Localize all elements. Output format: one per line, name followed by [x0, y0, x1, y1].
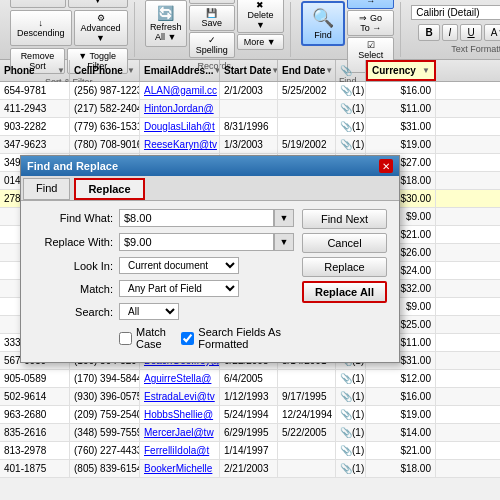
dialog-close-button[interactable]: ✕	[379, 159, 393, 173]
table-cell: 654-9781	[0, 82, 70, 99]
table-cell: 📎(1)	[336, 118, 366, 135]
find-replace-dialog: Find and Replace ✕ Find Replace Find Wha…	[20, 155, 400, 363]
find-dropdown[interactable]: ▼	[274, 209, 294, 227]
table-cell	[278, 118, 336, 135]
italic-button[interactable]: I	[442, 24, 459, 41]
more-button[interactable]: More ▼	[237, 34, 284, 50]
font-color-button[interactable]: A▼	[484, 24, 500, 41]
cancel-button[interactable]: Cancel	[302, 233, 387, 253]
col-phone[interactable]: Phone▼	[0, 60, 70, 81]
table-cell: 📎(1)	[336, 370, 366, 387]
table-cell: (170) 394-5844	[70, 370, 140, 387]
table-cell: HintonJordan@	[140, 100, 220, 117]
find-group: 🔍 Find ↔ Replace → ⇒ Go To → ☑ Select → …	[295, 2, 401, 57]
table-row[interactable]: 963-2680(209) 759-2540HobbsShellie@5/24/…	[0, 406, 500, 424]
col-currency[interactable]: Currency▼	[366, 60, 436, 81]
table-cell: 813-2978	[0, 442, 70, 459]
table-row[interactable]: 813-2978(760) 227-4433FerrelliIdola@t1/1…	[0, 442, 500, 460]
replace-all-button[interactable]: Replace All	[302, 281, 387, 303]
table-cell: (760) 227-4433	[70, 442, 140, 459]
table-cell: 📎(1)	[336, 100, 366, 117]
table-cell	[220, 100, 278, 117]
table-cell: 📎(1)	[336, 82, 366, 99]
col-cellphone[interactable]: CellPhone▼	[70, 60, 140, 81]
lookin-select[interactable]: Current document	[119, 257, 239, 274]
table-row[interactable]: 654-9781(256) 987-1223ALAN@gamil.cc2/1/2…	[0, 82, 500, 100]
descending-button[interactable]: ↓ Descending	[10, 10, 72, 46]
table-cell: 6/29/1995	[220, 424, 278, 441]
tab-replace[interactable]: Replace	[74, 178, 144, 200]
goto-button[interactable]: ⇒ Go To →	[347, 10, 394, 36]
table-row[interactable]: 835-2616(348) 599-7559MercerJael@tw6/29/…	[0, 424, 500, 442]
table-cell: 963-2680	[0, 406, 70, 423]
table-cell: FerrelliIdola@t	[140, 442, 220, 459]
records-small-group: ✚ New 💾 Save ✓ Spelling	[189, 0, 235, 58]
table-row[interactable]: 347-9623(780) 708-9016ReeseKaryn@tv1/3/2…	[0, 136, 500, 154]
col-startdate[interactable]: Start Date▼	[220, 60, 278, 81]
ascending-button[interactable]: ↑ Ascending	[10, 0, 66, 8]
find-next-button[interactable]: Find Next	[302, 209, 387, 229]
col-attach[interactable]: 📎	[336, 60, 366, 81]
table-cell: AguirreStella@	[140, 370, 220, 387]
table-cell: DouglasLilah@t	[140, 118, 220, 135]
find-button[interactable]: 🔍 Find	[301, 1, 345, 46]
new-button[interactable]: ✚ New	[189, 0, 235, 4]
dialog-tabs: Find Replace	[21, 176, 399, 201]
dialog-body: Find What: ▼ Replace With: ▼ Look In:	[21, 201, 399, 362]
text-format-label: Text Formatting	[451, 44, 500, 54]
dialog-side-buttons: Find Next Cancel Replace Replace All	[302, 209, 387, 354]
replace-single-button[interactable]: Replace	[302, 257, 387, 277]
search-select[interactable]: All	[119, 303, 179, 320]
spelling-button[interactable]: ✓ Spelling	[189, 32, 235, 58]
table-cell: HobbsShellie@	[140, 406, 220, 423]
replace-with-label: Replace With:	[33, 236, 113, 248]
match-case-checkbox[interactable]	[119, 332, 132, 345]
underline-button[interactable]: U	[460, 24, 481, 41]
match-row: Match: Any Part of Field	[33, 280, 294, 297]
table-cell: $16.00	[366, 82, 436, 99]
table-cell: 📎(1)	[336, 424, 366, 441]
table-cell: $21.00	[366, 442, 436, 459]
find-input[interactable]	[119, 209, 274, 227]
table-row[interactable]: 903-2282(779) 636-1531DouglasLilah@t8/31…	[0, 118, 500, 136]
table-cell: 835-2616	[0, 424, 70, 441]
col-email[interactable]: EmailAddres...▼	[140, 60, 220, 81]
font-selector[interactable]: Calibri (Detail)	[411, 5, 500, 20]
records-group: 🔄 RefreshAll ▼ ✚ New 💾 Save ✓ Spelling ✖…	[139, 2, 292, 57]
table-cell: 📎(1)	[336, 136, 366, 153]
save-button[interactable]: 💾 Save	[189, 5, 235, 31]
table-cell: (930) 396-0575	[70, 388, 140, 405]
table-cell: 9/17/1995	[278, 388, 336, 405]
table-row[interactable]: 401-1875(805) 839-6154BookerMichelle2/21…	[0, 460, 500, 478]
match-case-row: Match Case Search Fields As Formatted	[119, 326, 294, 350]
table-cell: $14.00	[366, 424, 436, 441]
replace-button[interactable]: ↔ Replace →	[347, 0, 394, 9]
find-input-group: ▼	[119, 209, 294, 227]
tab-find[interactable]: Find	[23, 178, 70, 200]
selection-button[interactable]: ☑ Selection ▼	[68, 0, 128, 8]
lookin-row: Look In: Current document	[33, 257, 294, 274]
match-select[interactable]: Any Part of Field	[119, 280, 239, 297]
delete-button[interactable]: ✖ Delete ▼	[237, 0, 284, 33]
table-cell: (209) 759-2540	[70, 406, 140, 423]
table-cell: 5/22/2005	[278, 424, 336, 441]
search-formatted-checkbox[interactable]	[181, 332, 194, 345]
replace-input-group: ▼	[119, 233, 294, 251]
table-cell: (348) 599-7559	[70, 424, 140, 441]
table-cell	[278, 460, 336, 477]
table-cell: $16.00	[366, 388, 436, 405]
col-enddate[interactable]: End Date▼	[278, 60, 336, 81]
advanced-button[interactable]: ⚙ Advanced ▼	[74, 10, 128, 46]
table-cell: 5/25/2002	[278, 82, 336, 99]
match-case-label: Match Case	[136, 326, 177, 350]
table-row[interactable]: 411-2943(217) 582-2404HintonJordan@📎(1)$…	[0, 100, 500, 118]
table-cell: $12.00	[366, 370, 436, 387]
replace-input[interactable]	[119, 233, 274, 251]
table-row[interactable]: 502-9614(930) 396-0575EstradaLevi@tv1/12…	[0, 388, 500, 406]
table-cell: 903-2282	[0, 118, 70, 135]
refresh-button[interactable]: 🔄 RefreshAll ▼	[145, 0, 187, 47]
replace-dropdown[interactable]: ▼	[274, 233, 294, 251]
bold-button[interactable]: B	[418, 24, 439, 41]
find-row: Find What: ▼	[33, 209, 294, 227]
table-row[interactable]: 905-0589(170) 394-5844AguirreStella@6/4/…	[0, 370, 500, 388]
